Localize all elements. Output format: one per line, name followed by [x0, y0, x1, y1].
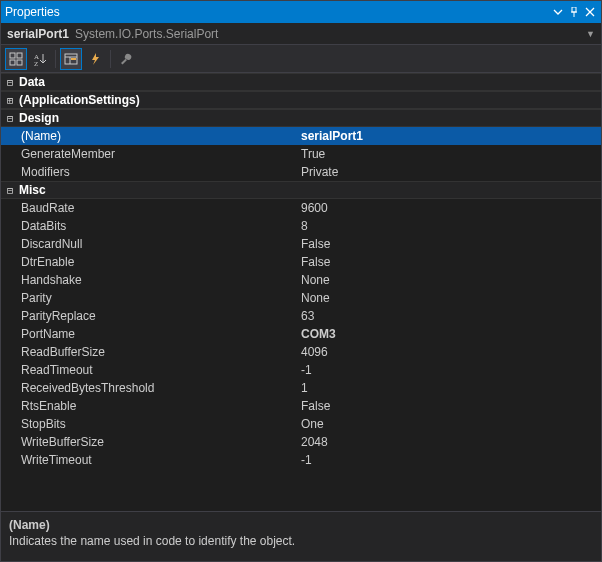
property-value[interactable]: 9600 [301, 201, 601, 215]
svg-rect-6 [17, 53, 22, 58]
property-row[interactable]: StopBitsOne [1, 415, 601, 433]
category-row[interactable]: ⊟Misc [1, 181, 601, 199]
property-value[interactable]: 1 [301, 381, 601, 395]
property-label: DiscardNull [1, 237, 301, 251]
property-row[interactable]: GenerateMemberTrue [1, 145, 601, 163]
property-value[interactable]: True [301, 147, 601, 161]
property-value[interactable]: Private [301, 165, 601, 179]
category-row[interactable]: ⊟Data [1, 73, 601, 91]
property-value[interactable]: None [301, 291, 601, 305]
property-row[interactable]: WriteBufferSize2048 [1, 433, 601, 451]
property-row[interactable]: PortNameCOM3 [1, 325, 601, 343]
property-label: StopBits [1, 417, 301, 431]
alphabetical-button[interactable]: AZ [29, 48, 51, 70]
toolbar: AZ [1, 45, 601, 73]
property-value[interactable]: False [301, 237, 601, 251]
expand-icon[interactable]: ⊞ [3, 93, 17, 107]
property-row[interactable]: ParityReplace63 [1, 307, 601, 325]
property-row[interactable]: ModifiersPrivate [1, 163, 601, 181]
property-label: ReceivedBytesThreshold [1, 381, 301, 395]
category-label: Misc [19, 183, 46, 197]
property-label: GenerateMember [1, 147, 301, 161]
property-value[interactable]: False [301, 255, 601, 269]
window-options-icon[interactable] [551, 5, 565, 19]
property-label: WriteBufferSize [1, 435, 301, 449]
property-label: PortName [1, 327, 301, 341]
property-value[interactable]: None [301, 273, 601, 287]
property-value[interactable]: 4096 [301, 345, 601, 359]
svg-rect-0 [572, 7, 576, 12]
property-value[interactable]: False [301, 399, 601, 413]
category-row[interactable]: ⊞(ApplicationSettings) [1, 91, 601, 109]
category-label: (ApplicationSettings) [19, 93, 140, 107]
property-label: DataBits [1, 219, 301, 233]
svg-text:Z: Z [34, 60, 38, 66]
description-title: (Name) [9, 518, 593, 532]
events-button[interactable] [84, 48, 106, 70]
property-label: BaudRate [1, 201, 301, 215]
category-label: Design [19, 111, 59, 125]
category-label: Data [19, 75, 45, 89]
property-row[interactable]: DtrEnableFalse [1, 253, 601, 271]
property-value[interactable]: -1 [301, 363, 601, 377]
toolbar-separator [110, 50, 111, 68]
property-row[interactable]: ParityNone [1, 289, 601, 307]
property-row[interactable]: BaudRate9600 [1, 199, 601, 217]
window-title: Properties [5, 5, 551, 19]
close-icon[interactable] [583, 5, 597, 19]
collapse-icon[interactable]: ⊟ [3, 111, 17, 125]
category-row[interactable]: ⊟Design [1, 109, 601, 127]
svg-rect-5 [10, 53, 15, 58]
property-value[interactable]: serialPort1 [301, 129, 601, 143]
property-label: (Name) [1, 129, 301, 143]
property-label: Parity [1, 291, 301, 305]
object-selector[interactable]: serialPort1 System.IO.Ports.SerialPort ▼ [1, 23, 601, 45]
object-name: serialPort1 [7, 27, 69, 41]
description-text: Indicates the name used in code to ident… [9, 534, 593, 548]
toolbar-separator [55, 50, 56, 68]
collapse-icon[interactable]: ⊟ [3, 183, 17, 197]
chevron-down-icon: ▼ [586, 29, 595, 39]
property-value[interactable]: 8 [301, 219, 601, 233]
svg-rect-8 [17, 60, 22, 65]
property-row[interactable]: RtsEnableFalse [1, 397, 601, 415]
property-row[interactable]: DataBits8 [1, 217, 601, 235]
property-label: WriteTimeout [1, 453, 301, 467]
property-value[interactable]: One [301, 417, 601, 431]
property-row[interactable]: (Name)serialPort1 [1, 127, 601, 145]
property-grid: ⊟Data⊞(ApplicationSettings)⊟Design(Name)… [1, 73, 601, 469]
property-value[interactable]: COM3 [301, 327, 601, 341]
property-row[interactable]: ReadBufferSize4096 [1, 343, 601, 361]
property-row[interactable]: ReadTimeout-1 [1, 361, 601, 379]
categorized-button[interactable] [5, 48, 27, 70]
property-value[interactable]: -1 [301, 453, 601, 467]
collapse-icon[interactable]: ⊟ [3, 75, 17, 89]
property-label: RtsEnable [1, 399, 301, 413]
property-row[interactable]: WriteTimeout-1 [1, 451, 601, 469]
property-label: ReadTimeout [1, 363, 301, 377]
description-pane: (Name) Indicates the name used in code t… [1, 511, 601, 561]
svg-rect-14 [71, 58, 76, 60]
property-label: Modifiers [1, 165, 301, 179]
property-label: DtrEnable [1, 255, 301, 269]
titlebar: Properties [1, 1, 601, 23]
property-row[interactable]: DiscardNullFalse [1, 235, 601, 253]
property-label: ReadBufferSize [1, 345, 301, 359]
property-row[interactable]: HandshakeNone [1, 271, 601, 289]
object-type: System.IO.Ports.SerialPort [75, 27, 218, 41]
property-value[interactable]: 63 [301, 309, 601, 323]
property-label: Handshake [1, 273, 301, 287]
property-pages-button[interactable] [115, 48, 137, 70]
property-row[interactable]: ReceivedBytesThreshold1 [1, 379, 601, 397]
pin-icon[interactable] [567, 5, 581, 19]
svg-rect-7 [10, 60, 15, 65]
properties-button[interactable] [60, 48, 82, 70]
property-label: ParityReplace [1, 309, 301, 323]
property-value[interactable]: 2048 [301, 435, 601, 449]
